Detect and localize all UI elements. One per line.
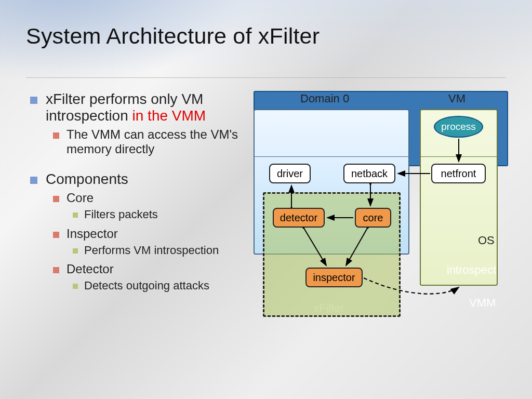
bullet-lvl3: Detects outgoing attacks — [73, 278, 248, 294]
driver-node: driver — [269, 164, 311, 183]
square-bullet-icon — [30, 97, 37, 104]
bullet-lvl3: Performs VM introspection — [73, 243, 248, 258]
slide-header: System Architecture of xFilter — [0, 0, 532, 78]
square-bullet-icon — [53, 232, 59, 238]
label-os: OS — [478, 234, 495, 247]
bullet-text: Performs VM introspection — [84, 243, 219, 258]
bullet-text: Detects outgoing attacks — [84, 278, 209, 294]
bullet-lvl2: Core — [53, 191, 248, 205]
square-bullet-icon — [73, 284, 78, 289]
square-bullet-icon — [53, 267, 59, 273]
netfront-node: netfront — [431, 164, 486, 183]
slide-title: System Architecture of xFilter — [26, 23, 532, 49]
bullet-list: xFilter performs only VM introspection i… — [30, 91, 248, 345]
bullet-lvl1: Components — [30, 171, 248, 188]
bullet-em: in the VMM — [132, 108, 206, 124]
slide-content: xFilter performs only VM introspection i… — [0, 78, 532, 345]
square-bullet-icon — [73, 212, 78, 218]
bullet-lvl2: Detector — [53, 262, 248, 276]
bullet-text: Components — [46, 171, 128, 188]
detector-node: detector — [273, 208, 325, 228]
process-node: process — [434, 116, 483, 138]
bullet-lvl1: xFilter performs only VM introspection i… — [30, 91, 248, 124]
square-bullet-icon — [73, 248, 78, 254]
bullet-text: The VMM can access the VM's memory direc… — [66, 127, 248, 156]
bullet-text: Detector — [66, 262, 114, 276]
square-bullet-icon — [53, 196, 59, 202]
architecture-diagram: Domain 0 VM process driver netback netfr… — [254, 91, 516, 345]
core-node: core — [355, 208, 391, 228]
label-vm: VM — [448, 92, 466, 105]
label-domain0: Domain 0 — [300, 92, 349, 105]
label-vmm: VMM — [469, 296, 496, 310]
netback-node: netback — [343, 164, 395, 183]
bullet-lvl2: Inspector — [53, 227, 248, 241]
square-bullet-icon — [30, 177, 37, 184]
bullet-lvl2: The VMM can access the VM's memory direc… — [53, 127, 248, 156]
label-introspect: introspect — [447, 263, 496, 277]
bullet-text: Core — [66, 191, 94, 205]
inspector-node: inspector — [305, 268, 363, 287]
square-bullet-icon — [53, 132, 59, 139]
bullet-text: Filters packets — [84, 207, 158, 222]
bullet-text: Inspector — [66, 227, 118, 241]
bullet-lvl3: Filters packets — [73, 207, 248, 222]
